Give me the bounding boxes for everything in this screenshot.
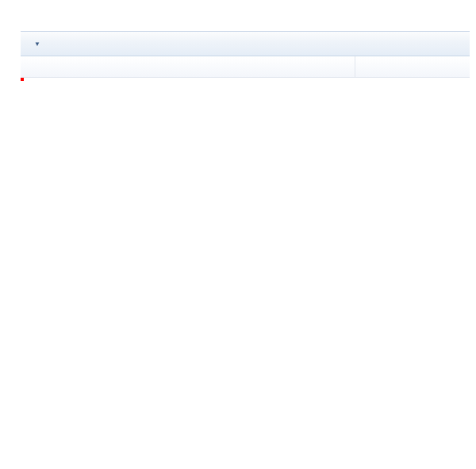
column-header-name[interactable] bbox=[21, 56, 355, 77]
toolbar: ▼ bbox=[21, 31, 470, 56]
highlight-box bbox=[21, 78, 24, 81]
chevron-down-icon: ▼ bbox=[34, 40, 40, 48]
column-header-row bbox=[21, 56, 470, 78]
column-header-publisher[interactable] bbox=[355, 56, 470, 77]
organize-button[interactable]: ▼ bbox=[25, 37, 46, 51]
